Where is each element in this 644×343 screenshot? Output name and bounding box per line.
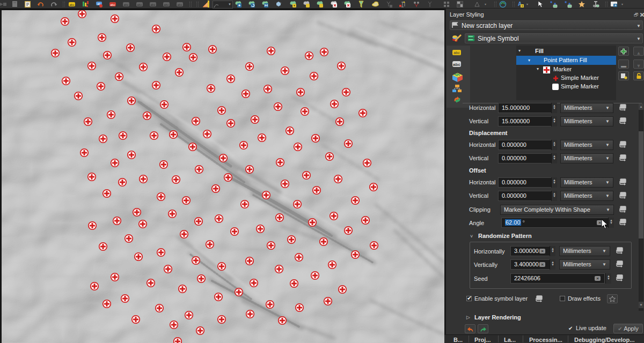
svg-text:ab: ab	[97, 2, 100, 5]
svg-text:abc: abc	[70, 3, 75, 6]
svg-text:abc: abc	[151, 3, 156, 6]
svg-text:abc: abc	[178, 3, 182, 6]
svg-text:abc: abc	[453, 62, 460, 67]
svg-text:abc: abc	[164, 3, 169, 6]
svg-text:abc: abc	[124, 3, 129, 6]
svg-text:abc: abc	[453, 51, 460, 55]
svg-text:abc: abc	[137, 3, 142, 6]
svg-text:abc: abc	[111, 3, 115, 6]
svg-text:✶: ✶	[521, 4, 523, 8]
